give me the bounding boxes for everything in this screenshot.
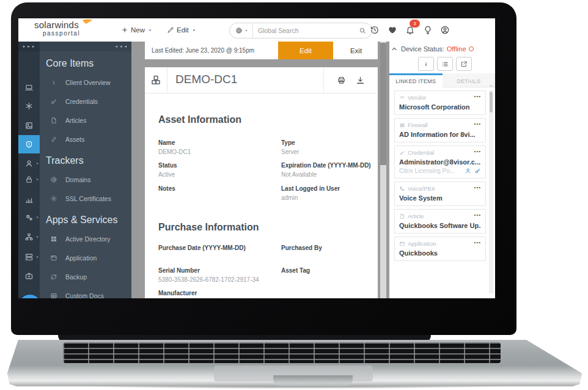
- sidebar-item-application[interactable]: Application: [40, 248, 131, 267]
- info-icon: [422, 61, 430, 68]
- rail-item-essentials[interactable]: [18, 98, 40, 114]
- rail-item-settings[interactable]: ▸: [18, 209, 40, 225]
- laptop-keyboard: [63, 342, 501, 363]
- info-button[interactable]: [418, 57, 434, 71]
- linked-item-name: Quickbooks Software Up...: [399, 222, 481, 229]
- field-manufacturer: Manufacturer: [158, 290, 274, 298]
- windows-icon: [50, 235, 57, 243]
- rail-item-servers[interactable]: ▸: [18, 249, 40, 265]
- rail-item-reports[interactable]: [18, 191, 40, 207]
- exit-button[interactable]: Exit: [334, 42, 378, 59]
- rail-item-security-active[interactable]: [18, 135, 40, 153]
- item-menu-ellipsis[interactable]: •••: [474, 185, 481, 190]
- linked-item-type: Firewall: [408, 122, 428, 128]
- linked-item-type: Article: [408, 213, 424, 219]
- edit-dropdown[interactable]: Edit: [167, 18, 197, 42]
- sidebar-item-client-overview[interactable]: Client Overview: [40, 73, 131, 92]
- search-input[interactable]: [253, 27, 359, 34]
- field-last-logged-in-user: Last Logged in User admin: [281, 185, 397, 201]
- external-link-icon: [460, 61, 468, 68]
- download-icon[interactable]: [356, 76, 365, 85]
- sidebar-item-label: Assets: [65, 136, 85, 143]
- sidebar-item-label: Client Overview: [65, 79, 111, 86]
- tab-linked-items[interactable]: LINKED ITEMS: [389, 73, 443, 87]
- rail-item-users[interactable]: ▸: [18, 155, 40, 171]
- rail-item-gallery[interactable]: [18, 117, 40, 133]
- item-menu-ellipsis[interactable]: •••: [474, 94, 481, 99]
- linked-item-article[interactable]: Article ••• Quickbooks Software Up...: [394, 209, 486, 234]
- at-icon: [50, 176, 57, 183]
- field-label: Notes: [158, 185, 274, 192]
- rail-item-workstation[interactable]: [18, 79, 40, 95]
- open-external-button[interactable]: [456, 57, 472, 71]
- sidebar-section-apps-services: Apps & Services Active Directory Applica…: [40, 211, 131, 298]
- asset-card-actions: [323, 67, 378, 93]
- panel-scroll-up-icon[interactable]: [488, 83, 494, 89]
- panel-collapse-chevron-icon[interactable]: [391, 45, 398, 53]
- item-menu-ellipsis[interactable]: •••: [474, 121, 481, 127]
- linked-item-firewall[interactable]: Firewall ••• AD Information for 8vi...: [394, 118, 486, 142]
- sidebar-section-trackers: Trackers Domains SSL Certificates: [40, 152, 131, 208]
- rail-item-toolkit[interactable]: [18, 268, 40, 284]
- notification-badge: 3: [410, 20, 420, 28]
- device-status: Device Status: Offline: [401, 45, 474, 53]
- sidebar-item-articles[interactable]: Articles: [40, 111, 131, 130]
- sidebar-item-custom-docs[interactable]: Custom Docs: [40, 286, 131, 298]
- rail-expand-button[interactable]: ▸ ▸ ▸: [18, 42, 40, 51]
- sidebar-item-backup[interactable]: Backup: [40, 267, 131, 286]
- solarwinds-logo[interactable]: solarwinds passportal: [34, 20, 95, 37]
- last-edited-text: Last Edited: June 23, 2020 @ 9:15pm: [145, 47, 254, 54]
- list-view-button[interactable]: [437, 57, 453, 71]
- app-window: solarwinds passportal New Edit: [18, 18, 495, 298]
- key-icon: [399, 150, 405, 156]
- linked-item-type: Application: [408, 240, 436, 247]
- field-label: Purchase Date (YYYY-MM-DD): [158, 245, 274, 251]
- sidebar-item-domains[interactable]: Domains: [40, 170, 131, 189]
- sidebar-item-assets[interactable]: Assets: [40, 130, 131, 149]
- section-title[interactable]: Trackers: [40, 152, 131, 170]
- table-icon: [50, 292, 57, 299]
- linked-item-vendor[interactable]: Vendor ••• Microsoft Corporation: [394, 90, 486, 115]
- tab-details[interactable]: DETAILS: [443, 73, 496, 87]
- briefcase-icon: [24, 271, 34, 281]
- sidebar-item-label: Custom Docs: [65, 292, 104, 299]
- account-icon[interactable]: [440, 25, 450, 35]
- user-icon: [24, 159, 34, 168]
- field-label: Asset Tag: [281, 267, 397, 274]
- field-label: Manufacturer: [158, 290, 274, 296]
- section-title[interactable]: Apps & Services: [40, 211, 131, 229]
- item-menu-ellipsis[interactable]: •••: [474, 240, 481, 245]
- linked-item-voice-pbx[interactable]: Voice/PBX ••• Voice System: [394, 182, 486, 206]
- sidebar-item-label: Backup: [65, 273, 87, 281]
- edit-label: Edit: [177, 26, 189, 34]
- item-menu-ellipsis[interactable]: •••: [474, 212, 481, 218]
- field-value: [281, 276, 397, 282]
- linked-item-credential[interactable]: Credential ••• Administrator@8visor.c...…: [394, 145, 486, 178]
- sidebar-item-active-directory[interactable]: Active Directory: [40, 229, 131, 248]
- rail-item-passwords[interactable]: ▸: [18, 171, 40, 187]
- new-dropdown[interactable]: New: [121, 18, 153, 42]
- rail-item-sitemap[interactable]: ▸: [18, 229, 40, 245]
- favorites-heart-icon[interactable]: [388, 25, 397, 35]
- help-button[interactable]: ?: [19, 295, 41, 298]
- field-status: Status Active: [158, 162, 274, 178]
- panel-scrollbar[interactable]: [489, 90, 493, 293]
- print-icon[interactable]: [337, 76, 346, 85]
- status-refresh-dot-icon[interactable]: [469, 46, 474, 51]
- panel-scrollbar-thumb[interactable]: [490, 92, 493, 112]
- search-scope-dropdown[interactable]: [230, 23, 253, 38]
- section-title[interactable]: Core Items: [40, 54, 131, 73]
- file-icon: [50, 117, 57, 124]
- person-icon[interactable]: [465, 167, 471, 174]
- ideas-bulb-icon[interactable]: [423, 25, 433, 35]
- sidebar-item-ssl-certificates[interactable]: SSL Certificates: [40, 189, 131, 208]
- edit-button[interactable]: Edit: [278, 42, 333, 59]
- linked-item-application[interactable]: Application ••• Quickbooks: [394, 237, 486, 261]
- sidebar-item-credentials[interactable]: Credentials: [40, 92, 131, 111]
- search-icon[interactable]: [359, 27, 366, 34]
- panel-buttons: [418, 57, 472, 71]
- history-icon[interactable]: [370, 25, 380, 35]
- sidebar-collapse-button[interactable]: ◂ ◂ ◂: [40, 42, 131, 51]
- key-icon[interactable]: [474, 167, 481, 174]
- item-menu-ellipsis[interactable]: •••: [474, 149, 481, 154]
